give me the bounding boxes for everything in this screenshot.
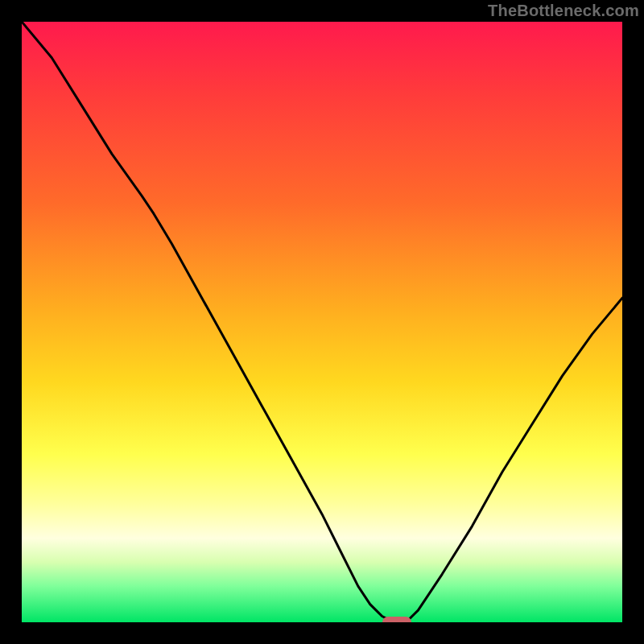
plot-area xyxy=(22,22,622,622)
bottleneck-curve-path xyxy=(22,22,622,622)
optimum-marker xyxy=(382,617,411,622)
watermark-text: TheBottleneck.com xyxy=(488,2,639,20)
chart-frame: TheBottleneck.com xyxy=(0,0,644,644)
curve-svg xyxy=(22,22,622,622)
